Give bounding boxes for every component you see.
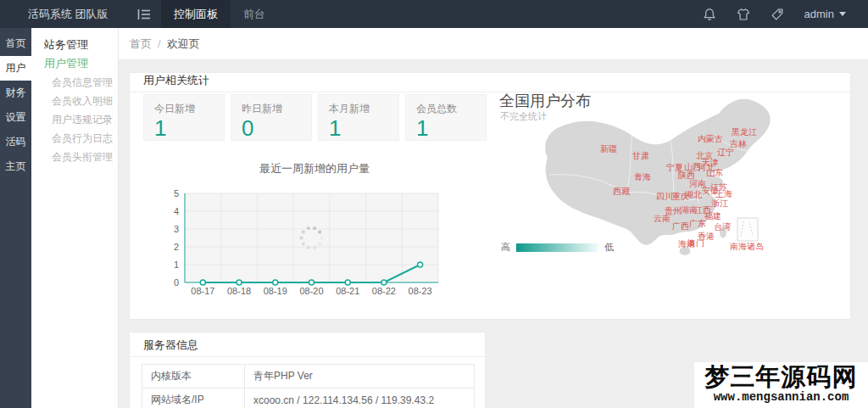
- row-value: 青年PHP Ver: [245, 365, 475, 388]
- loading-spinner-dot: [302, 243, 305, 246]
- stat-card-value: 1: [154, 117, 224, 140]
- legend-low-label: 低: [604, 241, 614, 254]
- stat-card: 会员总数1: [405, 94, 487, 141]
- y-tick-label: 4: [174, 206, 179, 216]
- tag-icon[interactable]: [771, 8, 784, 21]
- username: admin: [804, 8, 834, 20]
- loading-spinner-dot: [313, 226, 316, 230]
- chevron-down-icon: [839, 12, 846, 16]
- province-label: 广西: [672, 221, 689, 232]
- table-row: 网站域名/IPxcooo.cn / 122.114.134.56 / 119.3…: [142, 388, 475, 408]
- china-map-shape: [497, 90, 853, 285]
- province-label: 重庆: [672, 191, 689, 203]
- loading-spinner-dot: [318, 243, 321, 246]
- server-info-panel: 服务器信息 内核版本青年PHP Ver网站域名/IPxcooo.cn / 122…: [129, 332, 486, 408]
- data-point: [236, 280, 242, 285]
- stat-card-value: 0: [242, 117, 311, 140]
- tshirt-icon[interactable]: [737, 8, 750, 21]
- x-tick-label: 08-17: [191, 286, 214, 296]
- navbar-right: admin: [703, 8, 868, 21]
- stat-card: 昨日新增0: [231, 94, 312, 141]
- user-dropdown[interactable]: admin: [804, 8, 846, 20]
- province-label: 山东: [706, 167, 723, 179]
- loading-spinner-dot: [302, 230, 305, 233]
- province-label: 西藏: [613, 186, 630, 198]
- china-map: 新疆甘肃内蒙古黑龙江吉林辽宁北京天津河北山西宁夏山东陕西青海河南江苏西藏安徽上海…: [497, 90, 853, 285]
- row-value: xcooo.cn / 122.114.134.56 / 119.39.43.2: [245, 388, 475, 408]
- x-tick-label: 08-18: [227, 286, 251, 296]
- submenu-item[interactable]: 会员行为日志: [31, 129, 118, 148]
- province-label: 海南: [678, 238, 695, 250]
- sidebar-item[interactable]: 首页: [0, 31, 31, 56]
- sidebar-item[interactable]: 设置: [0, 105, 31, 130]
- data-point: [345, 280, 350, 285]
- sidebar-item[interactable]: 活码: [0, 130, 31, 154]
- stat-card: 今日新增1: [143, 94, 225, 141]
- data-point: [381, 280, 387, 285]
- province-label: 浙江: [711, 198, 728, 210]
- province-label: 云南: [654, 213, 670, 225]
- loading-spinner-dot: [300, 237, 303, 240]
- province-label: 甘肃: [632, 150, 649, 162]
- breadcrumb-link[interactable]: 首页: [130, 36, 152, 52]
- navbar-menu: 控制面板前台: [161, 0, 278, 28]
- submenu-item[interactable]: 用户违规记录: [31, 110, 118, 129]
- brand-title: 活码系统 团队版: [0, 7, 119, 22]
- sidebar-item[interactable]: 主页: [0, 154, 31, 179]
- legend-gradient-bar: [516, 243, 598, 252]
- province-label: 黑龙江: [732, 126, 757, 138]
- submenu-item[interactable]: 会员收入明细: [31, 92, 118, 110]
- x-tick-label: 08-20: [299, 286, 323, 296]
- bell-icon[interactable]: [703, 8, 716, 21]
- data-point: [200, 280, 205, 285]
- stat-card-value: 1: [329, 117, 398, 140]
- weekly-users-chart: 最近一周新增的用户量01234508-1708-1808-1908-2008-2…: [136, 158, 492, 306]
- stat-cards: 今日新增1昨日新增0本月新增1会员总数1: [143, 94, 487, 141]
- row-label: 内核版本: [142, 365, 245, 388]
- navbar-menu-item[interactable]: 控制面板: [161, 0, 231, 28]
- y-tick-label: 2: [174, 242, 179, 252]
- province-label: 四川: [656, 191, 673, 203]
- sidebar-item[interactable]: 财务: [0, 81, 31, 105]
- stat-card-label: 昨日新增: [242, 102, 311, 116]
- sidebar-item[interactable]: 用户: [0, 56, 31, 81]
- y-tick-label: 3: [174, 224, 179, 234]
- loading-spinner-dot: [318, 230, 321, 233]
- submenu-item[interactable]: 会员信息管理: [31, 73, 118, 92]
- navbar-menu-item[interactable]: 前台: [231, 0, 278, 28]
- submenu-item[interactable]: 会员头衔管理: [31, 148, 118, 166]
- loading-spinner-dot: [313, 246, 316, 249]
- x-tick-label: 08-22: [372, 286, 396, 296]
- watermark-title: 梦三年源码网: [694, 364, 868, 390]
- province-label: 台湾: [714, 221, 731, 233]
- main-content: 首页/欢迎页 用户相关统计 今日新增1昨日新增0本月新增1会员总数1 最近一周新…: [119, 28, 868, 408]
- x-tick-label: 08-19: [264, 286, 287, 296]
- map-legend: 高 低: [501, 241, 614, 254]
- province-label: 福建: [704, 210, 721, 222]
- south-china-sea-inset: [737, 218, 758, 241]
- legend-high-label: 高: [501, 241, 510, 254]
- submenu-item[interactable]: 用户管理: [31, 54, 118, 73]
- server-panel-title: 服务器信息: [130, 333, 485, 357]
- stat-card-value: 1: [416, 117, 486, 140]
- sidebar-toggle-icon[interactable]: [137, 8, 151, 20]
- top-navbar: 活码系统 团队版 控制面板前台 admin: [0, 0, 868, 28]
- breadcrumb-current: 欢迎页: [167, 36, 200, 52]
- chart-title: 最近一周新增的用户量: [259, 162, 370, 175]
- y-tick-label: 0: [174, 277, 179, 288]
- submenu-section-title[interactable]: 站务管理: [31, 36, 118, 54]
- data-point: [273, 280, 278, 285]
- app: 活码系统 团队版 控制面板前台 admin: [0, 0, 868, 408]
- watermark: 梦三年源码网 www.mengsannian.com: [694, 362, 868, 408]
- province-label: 内蒙古: [698, 133, 723, 145]
- table-row: 内核版本青年PHP Ver: [142, 365, 475, 388]
- province-label: 南海诸岛: [730, 241, 764, 253]
- province-label: 辽宁: [717, 147, 734, 159]
- stat-card-label: 会员总数: [416, 102, 486, 116]
- server-info-table: 内核版本青年PHP Ver网站域名/IPxcooo.cn / 122.114.1…: [142, 364, 475, 408]
- stat-card-label: 本月新增: [329, 102, 398, 116]
- stat-card: 本月新增1: [318, 94, 399, 141]
- row-label: 网站域名/IP: [142, 388, 245, 408]
- y-tick-label: 1: [174, 260, 179, 270]
- x-tick-label: 08-21: [336, 286, 359, 296]
